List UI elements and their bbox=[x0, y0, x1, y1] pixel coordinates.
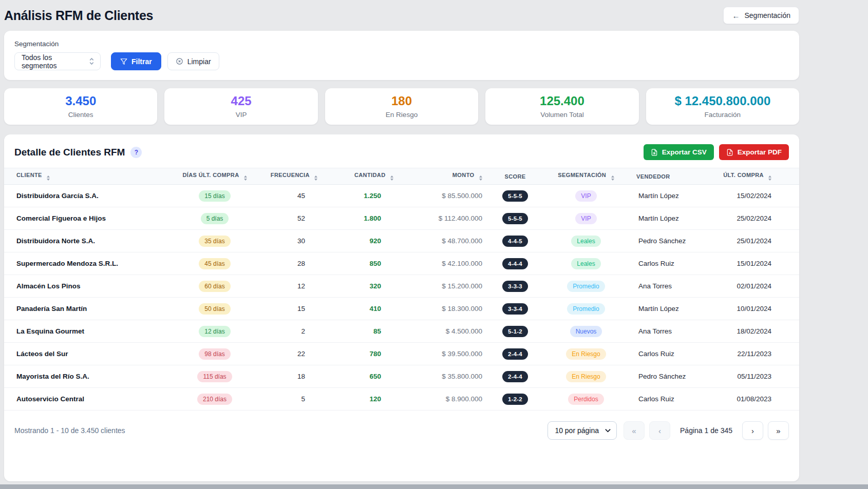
segment-badge: VIP bbox=[575, 213, 596, 224]
days-badge: 15 días bbox=[199, 190, 230, 202]
cell-ult-compra: 10/01/2024 bbox=[696, 298, 799, 320]
page-content: Análisis RFM de Clientes ← Segmentación … bbox=[4, 0, 799, 481]
stats-row: 3.450 Clientes 425 VIP 180 En Riesgo 125… bbox=[4, 88, 799, 125]
cell-score: 3-3-4 bbox=[488, 298, 542, 320]
cell-ult-compra: 15/01/2024 bbox=[696, 252, 799, 275]
cell-vendedor: Martín López bbox=[630, 185, 696, 207]
cell-score: 5-5-5 bbox=[488, 207, 542, 230]
segment-badge: En Riesgo bbox=[566, 348, 606, 360]
cell-vendedor: Martín López bbox=[630, 298, 696, 320]
days-badge: 60 días bbox=[199, 281, 230, 292]
table-row: Comercial Figueroa e Hijos 5 días 52 1.8… bbox=[4, 207, 799, 230]
cell-ult-compra: 25/02/2024 bbox=[696, 207, 799, 230]
page-size-select[interactable]: 10 por página bbox=[548, 421, 617, 440]
cell-vendedor: Martín López bbox=[630, 207, 696, 230]
cell-dias-ult-compra: 98 días bbox=[174, 343, 256, 365]
file-spreadsheet-icon bbox=[651, 149, 658, 156]
column-header[interactable]: CLIENTE bbox=[4, 168, 174, 185]
cell-ult-compra: 01/08/2023 bbox=[696, 388, 799, 410]
column-label: SCORE bbox=[504, 173, 525, 180]
cell-vendedor: Pedro Sánchez bbox=[630, 365, 696, 388]
cell-cliente: Distribuidora Norte S.A. bbox=[4, 230, 174, 252]
table-title-group: Detalle de Clientes RFM ? bbox=[14, 147, 142, 158]
back-to-segmentation-button[interactable]: ← Segmentación bbox=[723, 7, 799, 24]
segmentation-label: Segmentación bbox=[14, 40, 789, 48]
cell-score: 1-2-2 bbox=[488, 388, 542, 410]
export-csv-button[interactable]: Exportar CSV bbox=[644, 144, 714, 160]
funnel-icon bbox=[120, 58, 127, 65]
prev-page-button[interactable]: ‹ bbox=[649, 421, 670, 440]
table-row: La Esquina Gourmet 12 días 2 85 $ 4.500.… bbox=[4, 320, 799, 343]
column-header[interactable]: MONTO bbox=[400, 168, 488, 185]
next-page-button[interactable]: › bbox=[742, 421, 763, 440]
column-label: CANTIDAD bbox=[354, 172, 386, 178]
cell-ult-compra: 25/01/2024 bbox=[696, 230, 799, 252]
cell-segmentacion: Leales bbox=[542, 252, 630, 275]
last-page-button[interactable]: » bbox=[768, 421, 789, 440]
cell-vendedor: Carlos Ruiz bbox=[630, 252, 696, 275]
column-header[interactable]: SEGMENTACIÓN bbox=[542, 168, 630, 185]
column-label: DÍAS ÚLT. COMPRA bbox=[182, 172, 239, 178]
help-icon[interactable]: ? bbox=[130, 147, 142, 158]
cell-score: 5-5-5 bbox=[488, 185, 542, 207]
segment-select[interactable]: Todos los segmentos bbox=[14, 52, 101, 70]
segment-badge: Leales bbox=[571, 236, 600, 247]
cell-cantidad: 780 bbox=[324, 343, 400, 365]
cell-segmentacion: En Riesgo bbox=[542, 343, 630, 365]
cell-monto: $ 112.400.000 bbox=[400, 207, 488, 230]
cell-vendedor: Carlos Ruiz bbox=[630, 388, 696, 410]
table-row: Supermercado Mendoza S.R.L. 45 días 28 8… bbox=[4, 252, 799, 275]
column-header[interactable]: ÚLT. COMPRA bbox=[696, 168, 799, 185]
first-page-button[interactable]: « bbox=[624, 421, 645, 440]
chevrons-up-down-icon bbox=[88, 57, 95, 65]
cell-segmentacion: Promedio bbox=[542, 298, 630, 320]
cell-vendedor: Ana Torres bbox=[630, 275, 696, 298]
days-badge: 115 días bbox=[197, 371, 232, 382]
sort-icon bbox=[768, 175, 771, 181]
cell-score: 3-3-3 bbox=[488, 275, 542, 298]
clear-button[interactable]: Limpiar bbox=[167, 52, 219, 70]
top-bar: Análisis RFM de Clientes ← Segmentación bbox=[4, 0, 799, 30]
column-label: CLIENTE bbox=[16, 172, 42, 178]
stat-card: 180 En Riesgo bbox=[325, 88, 478, 125]
cell-cliente: Supermercado Mendoza S.R.L. bbox=[4, 252, 174, 275]
cell-frecuencia: 18 bbox=[256, 365, 324, 388]
segment-badge: Perdidos bbox=[568, 394, 603, 405]
cell-frecuencia: 22 bbox=[256, 343, 324, 365]
cell-monto: $ 8.900.000 bbox=[400, 388, 488, 410]
table-row: Distribuidora García S.A. 15 días 45 1.2… bbox=[4, 185, 799, 207]
column-header[interactable]: DÍAS ÚLT. COMPRA bbox=[174, 168, 256, 185]
cell-cantidad: 650 bbox=[324, 365, 400, 388]
score-badge: 3-3-4 bbox=[502, 303, 528, 315]
cell-score: 2-4-4 bbox=[488, 365, 542, 388]
export-pdf-button[interactable]: Exportar PDF bbox=[719, 144, 789, 160]
cell-score: 5-1-2 bbox=[488, 320, 542, 343]
page-size-value: 10 por página bbox=[555, 426, 599, 435]
cell-segmentacion: En Riesgo bbox=[542, 365, 630, 388]
column-header[interactable]: SCORE bbox=[488, 168, 542, 185]
table-row: Lácteos del Sur 98 días 22 780 $ 39.500.… bbox=[4, 343, 799, 365]
cell-vendedor: Pedro Sánchez bbox=[630, 230, 696, 252]
column-header[interactable]: FRECUENCIA bbox=[256, 168, 324, 185]
sort-icon bbox=[47, 175, 50, 181]
cell-cliente: Panadería San Martín bbox=[4, 298, 174, 320]
cell-monto: $ 35.800.000 bbox=[400, 365, 488, 388]
cell-segmentacion: Promedio bbox=[542, 275, 630, 298]
cell-segmentacion: VIP bbox=[542, 185, 630, 207]
stat-value: 425 bbox=[164, 94, 317, 108]
pagination-controls: 10 por página « ‹ Página 1 de 345 › » bbox=[548, 421, 789, 440]
cell-segmentacion: Perdidos bbox=[542, 388, 630, 410]
cell-frecuencia: 28 bbox=[256, 252, 324, 275]
filter-panel: Segmentación Todos los segmentos Filtrar… bbox=[4, 31, 799, 80]
segment-select-value: Todos los segmentos bbox=[22, 53, 88, 70]
column-header[interactable]: VENDEDOR bbox=[630, 168, 696, 185]
cell-cliente: Mayorista del Río S.A. bbox=[4, 365, 174, 388]
filter-controls: Todos los segmentos Filtrar Limpiar bbox=[14, 52, 789, 70]
stat-label: VIP bbox=[164, 111, 317, 119]
segment-badge: Leales bbox=[571, 258, 600, 269]
cell-cantidad: 320 bbox=[324, 275, 400, 298]
column-header[interactable]: CANTIDAD bbox=[324, 168, 400, 185]
filter-button[interactable]: Filtrar bbox=[111, 52, 161, 70]
cell-cantidad: 1.250 bbox=[324, 185, 400, 207]
cell-cliente: Autoservicio Central bbox=[4, 388, 174, 410]
